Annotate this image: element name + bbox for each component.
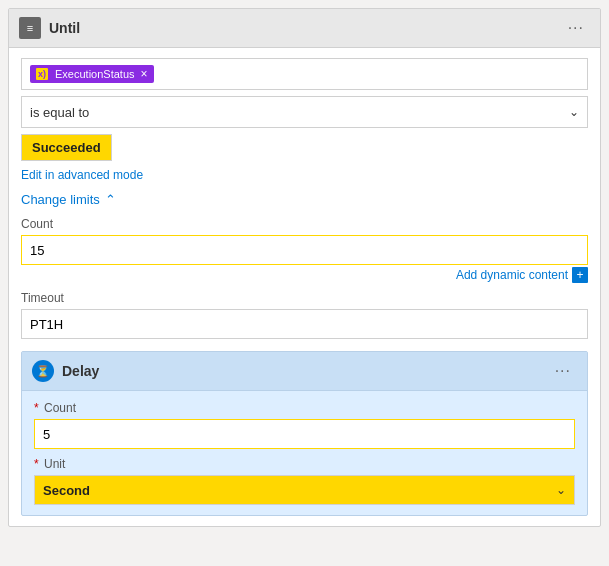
condition-dropdown[interactable]: is equal to ⌄ xyxy=(21,96,588,128)
delay-header-left: ⏳ Delay xyxy=(32,360,99,382)
delay-card-body: * Count * Unit Second ⌄ xyxy=(22,391,587,515)
until-header-icon: ≡ xyxy=(19,17,41,39)
until-card-body: x) ExecutionStatus × is equal to ⌄ Succe… xyxy=(9,48,600,526)
count-section: Count xyxy=(21,217,588,265)
token-fx-icon: x) xyxy=(36,68,48,80)
clock-icon: ⏳ xyxy=(36,365,50,378)
delay-count-input[interactable] xyxy=(34,419,575,449)
dropdown-value: is equal to xyxy=(30,105,89,120)
delay-card: ⏳ Delay ··· * Count * xyxy=(21,351,588,516)
delay-unit-label: * Unit xyxy=(34,457,575,471)
change-limits-toggle[interactable]: Change limits ⌃ xyxy=(21,192,588,207)
delay-count-section: * Count xyxy=(34,401,575,457)
until-card: ≡ Until ··· x) ExecutionStatus × is equa… xyxy=(8,8,601,527)
required-star-count: * xyxy=(34,401,39,415)
delay-unit-value: Second xyxy=(43,483,90,498)
delay-icon: ⏳ xyxy=(32,360,54,382)
execution-status-token[interactable]: x) ExecutionStatus × xyxy=(30,65,154,83)
chevron-up-icon: ⌃ xyxy=(105,192,116,207)
header-left: ≡ Until xyxy=(19,17,80,39)
succeeded-badge: Succeeded xyxy=(21,134,112,161)
timeout-label: Timeout xyxy=(21,291,588,305)
required-star-unit: * xyxy=(34,457,39,471)
token-close-button[interactable]: × xyxy=(141,67,148,81)
count-label: Count xyxy=(21,217,588,231)
edit-advanced-link[interactable]: Edit in advanced mode xyxy=(21,168,143,182)
timeout-input[interactable] xyxy=(21,309,588,339)
token-label: ExecutionStatus xyxy=(55,68,135,80)
timeout-section: Timeout xyxy=(21,291,588,339)
succeeded-value-row: Succeeded xyxy=(21,134,588,167)
until-title: Until xyxy=(49,20,80,36)
add-dynamic-plus-icon[interactable]: + xyxy=(572,267,588,283)
condition-token-row: x) ExecutionStatus × xyxy=(21,58,588,90)
until-icon-symbol: ≡ xyxy=(27,22,33,34)
delay-unit-dropdown[interactable]: Second ⌄ xyxy=(34,475,575,505)
unit-chevron-down-icon: ⌄ xyxy=(556,483,566,497)
until-ellipsis-button[interactable]: ··· xyxy=(562,17,590,39)
delay-title: Delay xyxy=(62,363,99,379)
delay-unit-section: * Unit Second ⌄ xyxy=(34,457,575,505)
until-card-header: ≡ Until ··· xyxy=(9,9,600,48)
add-dynamic-row: Add dynamic content + xyxy=(21,267,588,283)
add-dynamic-content-link[interactable]: Add dynamic content xyxy=(456,268,568,282)
delay-ellipsis-button[interactable]: ··· xyxy=(549,360,577,382)
change-limits-label: Change limits xyxy=(21,192,100,207)
chevron-down-icon: ⌄ xyxy=(569,105,579,119)
delay-count-label: * Count xyxy=(34,401,575,415)
delay-card-header: ⏳ Delay ··· xyxy=(22,352,587,391)
count-input[interactable] xyxy=(21,235,588,265)
